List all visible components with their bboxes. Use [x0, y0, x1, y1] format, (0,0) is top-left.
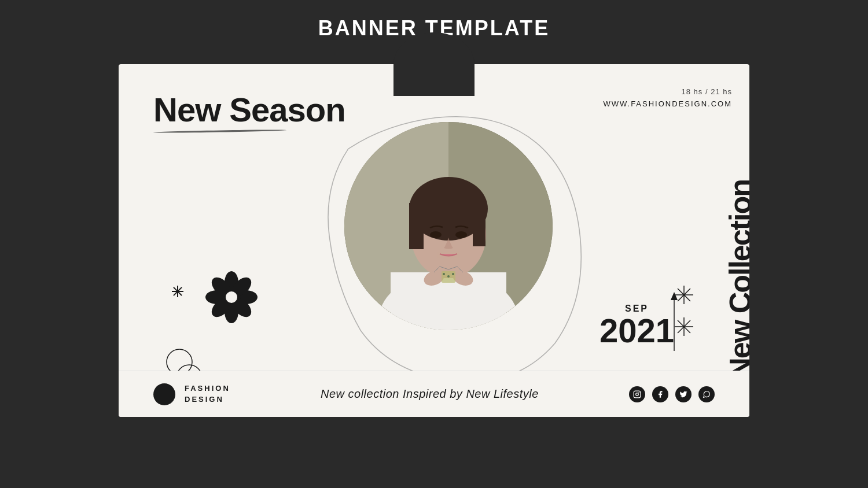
banner-tab-decoration	[393, 32, 475, 96]
banner-main: New Season	[119, 64, 749, 417]
banner-wrapper: New Season	[119, 64, 749, 417]
svg-rect-23	[473, 203, 486, 246]
social-icons-group	[629, 386, 715, 402]
event-time: 18 hs / 21 hs	[603, 87, 732, 96]
date-section: SEP 2021	[599, 304, 674, 347]
small-asterisk-icon	[171, 284, 185, 302]
twitter-icon	[675, 386, 692, 402]
tagline-text: New collection Inspired by New Lifestyle	[230, 387, 629, 401]
center-image-section	[310, 99, 587, 400]
portrait-image	[344, 122, 553, 330]
svg-rect-22	[409, 203, 424, 249]
whatsapp-icon	[698, 386, 715, 402]
svg-point-25	[455, 231, 467, 238]
brand-section: FASHION DESIGN	[153, 383, 230, 405]
right-info-section: 18 hs / 21 hs WWW.FASHIONDESIGN.COM	[603, 87, 732, 108]
svg-rect-42	[634, 391, 641, 398]
svg-point-30	[447, 275, 450, 278]
svg-point-29	[443, 273, 445, 275]
facebook-icon	[652, 386, 668, 402]
website-url: WWW.FASHIONDESIGN.COM	[603, 99, 732, 108]
svg-point-44	[638, 391, 639, 393]
svg-point-43	[636, 393, 639, 395]
portrait-placeholder	[344, 122, 553, 330]
svg-point-24	[430, 231, 442, 238]
svg-point-12	[226, 291, 237, 303]
svg-point-31	[452, 273, 454, 275]
brand-name: FASHION DESIGN	[185, 383, 230, 404]
date-year: 2021	[599, 314, 674, 347]
flower-decoration-icon	[205, 271, 258, 330]
new-collection-text: New Collection	[725, 180, 749, 379]
brand-dot-icon	[153, 383, 175, 405]
svg-marker-41	[671, 292, 678, 300]
bottom-bar: FASHION DESIGN New collection Inspired b…	[119, 371, 749, 417]
instagram-icon	[629, 386, 645, 402]
